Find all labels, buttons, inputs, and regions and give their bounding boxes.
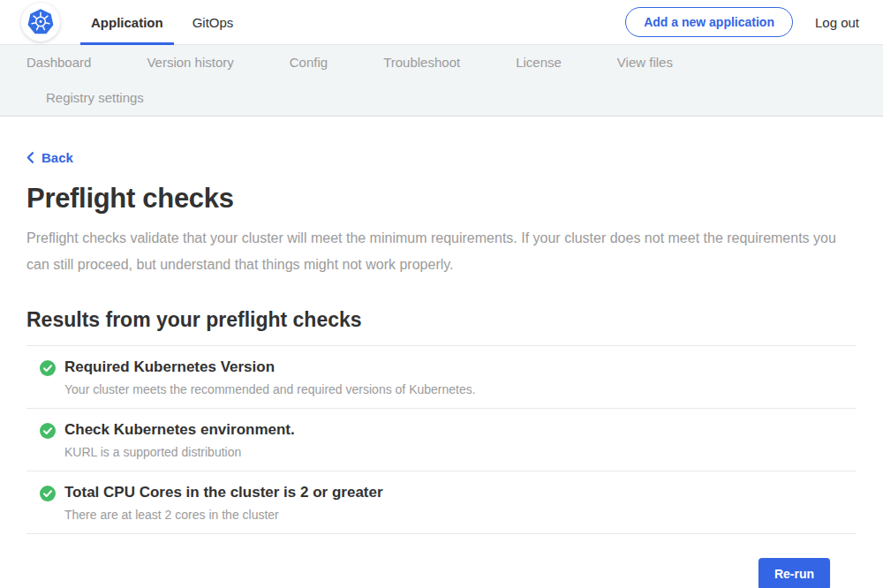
kubernetes-logo[interactable] — [21, 3, 60, 41]
check-message: KURL is a supported distribution — [64, 445, 295, 459]
subnav-item-version-history[interactable]: Version history — [147, 45, 233, 80]
check-circle-icon — [40, 360, 56, 376]
page-title: Preflight checks — [26, 183, 857, 215]
check-row-kubernetes-version: Required Kubernetes Version Your cluster… — [26, 346, 857, 409]
rerun-button[interactable]: Re-run — [758, 558, 830, 588]
check-row-text: Required Kubernetes Version Your cluster… — [64, 358, 476, 396]
preflight-page: Back Preflight checks Preflight checks v… — [0, 117, 883, 588]
check-row-kubernetes-environment: Check Kubernetes environment. KURL is a … — [26, 409, 857, 471]
back-link[interactable]: Back — [26, 150, 73, 165]
check-title: Check Kubernetes environment. — [64, 421, 295, 439]
subnav-item-license[interactable]: License — [516, 45, 562, 80]
top-navbar: Application GitOps Add a new application… — [0, 0, 883, 45]
subnav-item-troubleshoot[interactable]: Troubleshoot — [383, 45, 460, 80]
logout-link[interactable]: Log out — [815, 15, 859, 30]
topbar-right: Add a new application Log out — [625, 7, 859, 37]
tab-application[interactable]: Application — [80, 0, 174, 44]
subnav-item-config[interactable]: Config — [290, 45, 328, 80]
check-circle-icon — [40, 486, 56, 501]
chevron-left-icon — [26, 152, 34, 163]
check-message: There are at least 2 cores in the cluste… — [64, 508, 383, 522]
check-title: Total CPU Cores in the cluster is 2 or g… — [64, 484, 383, 501]
top-tabs: Application GitOps — [80, 0, 244, 44]
footer-actions: Re-run — [26, 534, 857, 588]
preflight-results-list: Required Kubernetes Version Your cluster… — [26, 345, 857, 534]
check-message: Your cluster meets the recommended and r… — [64, 382, 476, 396]
check-row-text: Total CPU Cores in the cluster is 2 or g… — [64, 484, 383, 522]
check-title: Required Kubernetes Version — [64, 358, 476, 376]
back-label: Back — [42, 150, 73, 165]
tab-gitops[interactable]: GitOps — [182, 0, 245, 44]
subnav-item-registry-settings[interactable]: Registry settings — [46, 80, 144, 116]
subnav-item-view-files[interactable]: View files — [617, 45, 673, 80]
add-new-application-button[interactable]: Add a new application — [625, 7, 793, 37]
check-row-text: Check Kubernetes environment. KURL is a … — [64, 421, 295, 459]
kubernetes-helm-icon — [23, 4, 58, 40]
check-row-cpu-cores: Total CPU Cores in the cluster is 2 or g… — [26, 471, 857, 534]
app-subnav: Dashboard Version history Config Trouble… — [0, 45, 883, 117]
subnav-item-dashboard[interactable]: Dashboard — [26, 45, 91, 80]
check-circle-icon — [40, 423, 56, 439]
page-description: Preflight checks validate that your clus… — [26, 225, 839, 278]
results-heading: Results from your preflight checks — [26, 308, 857, 332]
